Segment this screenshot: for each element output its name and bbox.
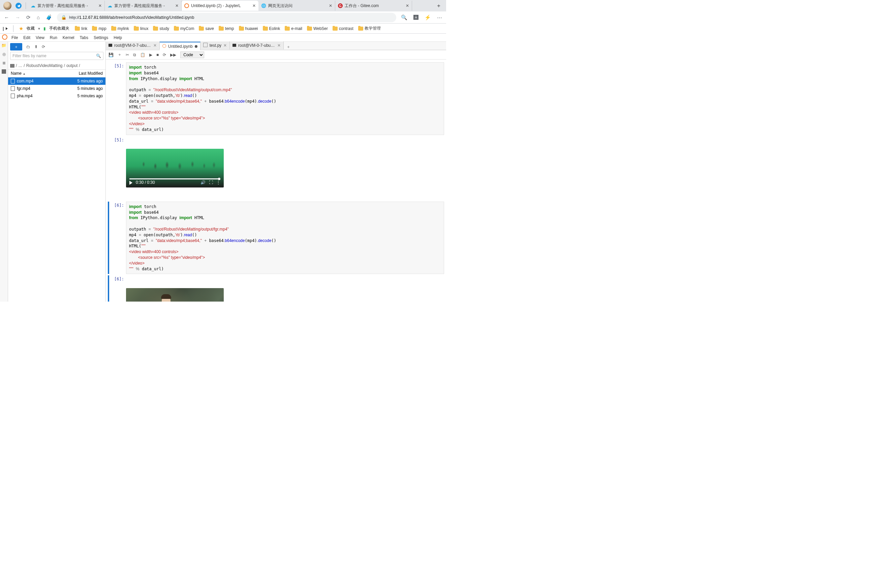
close-tab-icon[interactable]: ✕	[153, 43, 157, 48]
close-tab-icon[interactable]: ✕	[329, 3, 332, 8]
cut-icon[interactable]: ✂	[126, 52, 129, 57]
bookmark-item[interactable]: Eolink	[263, 25, 280, 31]
paste-icon[interactable]: 📋	[140, 52, 145, 57]
favorites-star-icon[interactable]: ★	[19, 25, 23, 32]
volume-icon[interactable]: 🔊	[201, 180, 206, 186]
code-cell[interactable]: [6]: import torch import base64 from IPy…	[108, 202, 444, 274]
file-row[interactable]: com.mp45 minutes ago	[8, 77, 106, 85]
cell-source[interactable]: import torch import base64 from IPython.…	[126, 202, 444, 274]
back-button[interactable]: ←	[3, 15, 10, 20]
file-name: pha.mp4	[17, 94, 33, 98]
run-all-icon[interactable]: ▶▶	[170, 52, 176, 57]
telegram-icon[interactable]	[15, 3, 22, 9]
code-cell[interactable]: [5]: import torch import base64 from IPy…	[108, 62, 444, 135]
doc-tab[interactable]: root@VM-0-7-ubuntu: ~/f✕	[106, 42, 160, 49]
bookmark-item[interactable]: temp	[219, 25, 234, 31]
close-tab-icon[interactable]: ✕	[252, 3, 256, 8]
translate-icon[interactable]: 🅰	[412, 15, 420, 20]
save-icon[interactable]: 💾	[109, 52, 113, 57]
notebook-body: [5]: import torch import base64 from IPy…	[106, 59, 446, 301]
doc-tab[interactable]: Untitled.ipynb	[160, 42, 201, 50]
reload-button[interactable]: ⟳	[25, 15, 32, 21]
flash-icon[interactable]: ⚡	[423, 15, 432, 21]
refresh-icon[interactable]: ⟳	[42, 45, 45, 49]
address-bar[interactable]: 🔒✕ http://1.12.67.81:6888/lab/tree/root/…	[57, 13, 396, 22]
upload-icon[interactable]: ⬆	[34, 45, 38, 49]
insert-cell-icon[interactable]: ＋	[118, 52, 122, 58]
new-folder-icon[interactable]: 🗀	[26, 45, 30, 49]
bookmarks-lead-icon[interactable]: |	[3, 26, 8, 31]
run-icon[interactable]: ▶	[149, 52, 152, 57]
close-tab-icon[interactable]: ✕	[98, 3, 102, 8]
file-row[interactable]: fgr.mp45 minutes ago	[8, 85, 106, 92]
bookmark-item[interactable]: WebSer	[307, 25, 328, 31]
bookmark-item[interactable]: link	[75, 25, 87, 31]
close-tab-icon[interactable]: ✕	[223, 43, 227, 48]
phone-favorites-label[interactable]: 手机收藏夹	[49, 25, 69, 31]
doc-tab-title: root@VM-0-7-ubuntu: ~/f	[114, 43, 151, 48]
bookmark-item[interactable]: e-mail	[285, 25, 302, 31]
bookmark-item[interactable]: study	[153, 25, 169, 31]
video-player[interactable]	[126, 288, 224, 301]
fullscreen-icon[interactable]: ⛶	[209, 180, 213, 186]
target-icon[interactable]: ◎	[2, 52, 6, 56]
bookmark-item[interactable]: huawei	[239, 25, 258, 31]
file-list-header[interactable]: Name ▲ Last Modified	[8, 69, 106, 77]
bookmark-item[interactable]: mylink	[111, 25, 129, 31]
jupyter-logo-icon[interactable]	[1, 34, 8, 41]
bookmark-item[interactable]: save	[199, 25, 214, 31]
breadcrumb[interactable]: / …/ RobustVideoMatting/ output/	[8, 62, 106, 69]
briefcase-icon[interactable]: 🧳	[45, 15, 54, 21]
out-prompt: [5]:	[109, 136, 126, 200]
search-icon[interactable]: 🔍	[399, 15, 409, 21]
menu-view[interactable]: View	[33, 35, 47, 41]
copy-icon[interactable]: ⧉	[133, 52, 136, 57]
doc-tab[interactable]: root@VM-0-7-ubuntu: ~/f✕	[230, 42, 284, 49]
doc-tab[interactable]: test.py✕	[201, 42, 230, 49]
cell-output: [6]:	[108, 275, 444, 301]
browser-tab[interactable]: G工作台 - Gitee.com✕	[335, 1, 412, 11]
browser-tab[interactable]: ☁算力管理 - 高性能应用服务 - ✕	[105, 1, 182, 11]
home-button[interactable]: ⌂	[36, 15, 41, 20]
file-filter-input[interactable]: Filter files by name 🔍	[10, 52, 103, 60]
bookmark-item[interactable]: mpp	[92, 25, 106, 31]
play-icon[interactable]	[130, 181, 133, 185]
menu-run[interactable]: Run	[47, 35, 60, 41]
browser-tab[interactable]: ☁算力管理 - 高性能应用服务 - ✕	[28, 1, 105, 11]
restart-icon[interactable]: ⟳	[163, 52, 166, 57]
new-launcher-button[interactable]: ＋	[10, 43, 22, 50]
cell-source[interactable]: import torch import base64 from IPython.…	[126, 62, 444, 135]
menu-settings[interactable]: Settings	[91, 35, 111, 41]
cell-output: [5]: 0:30 / 0:30 🔊 ⛶ ⋮	[108, 136, 444, 200]
doc-tab-title: Untitled.ipynb	[168, 44, 193, 49]
more-icon[interactable]: ⋯	[436, 15, 444, 21]
new-tab-button[interactable]: ＋	[433, 2, 445, 9]
file-row[interactable]: pha.mp45 minutes ago	[8, 92, 106, 99]
bookmark-item[interactable]: linux	[134, 25, 149, 31]
menu-kernel[interactable]: Kernel	[60, 35, 77, 41]
cell-type-select[interactable]: Code	[180, 52, 204, 58]
file-browser-icon[interactable]: 📁	[1, 43, 6, 48]
bookmark-item[interactable]: myCom	[174, 25, 194, 31]
profile-avatar[interactable]	[3, 1, 12, 10]
bookmark-label: myCom	[180, 26, 194, 31]
browser-tab[interactable]: Untitled.ipynb (2) - JupyterL✕	[182, 1, 258, 11]
bookmark-item[interactable]: 教学管理	[358, 25, 381, 31]
add-doc-tab-button[interactable]: ＋	[284, 44, 293, 50]
close-tab-icon[interactable]: ✕	[406, 3, 409, 8]
menu-help[interactable]: Help	[111, 35, 125, 41]
list-icon[interactable]: ≣	[2, 61, 6, 65]
menu-edit[interactable]: Edit	[21, 35, 33, 41]
menu-file[interactable]: File	[9, 35, 21, 41]
more-icon[interactable]: ⋮	[216, 180, 220, 186]
menu-tabs[interactable]: Tabs	[77, 35, 91, 41]
activity-bar: 📁 ◎ ≣	[0, 42, 8, 301]
extensions-icon[interactable]	[2, 69, 6, 74]
stop-icon[interactable]: ■	[156, 52, 159, 57]
video-player[interactable]: 0:30 / 0:30 🔊 ⛶ ⋮	[126, 149, 224, 187]
browser-tab[interactable]: 🌐网页无法访问✕	[258, 1, 335, 11]
close-tab-icon[interactable]: ✕	[277, 43, 281, 48]
close-tab-icon[interactable]: ✕	[175, 3, 179, 8]
bookmark-item[interactable]: contrast	[332, 25, 353, 31]
bookmark-label: e-mail	[291, 26, 302, 31]
